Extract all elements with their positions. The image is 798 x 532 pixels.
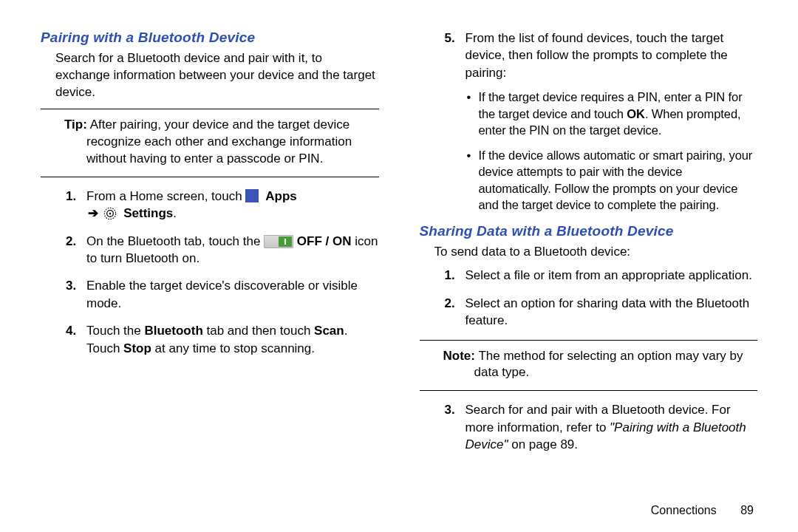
step-number: 5. <box>445 30 455 47</box>
step-2: 2. On the Bluetooth tab, touch the OFF /… <box>86 233 379 267</box>
step-1-text-a: From a Home screen, touch <box>86 189 245 203</box>
svg-rect-8 <box>251 199 253 201</box>
step-5-text: From the list of found devices, touch th… <box>466 31 728 80</box>
step-1-period: . <box>173 206 177 220</box>
right-column: 5. From the list of found devices, touch… <box>420 30 758 525</box>
step-number: 2. <box>66 233 76 250</box>
svg-point-12 <box>109 213 111 215</box>
stop-bold: Stop <box>123 341 151 355</box>
svg-rect-9 <box>255 199 257 201</box>
share-step-1: 1. Select a file or item from an appropr… <box>466 267 758 284</box>
share-step-2: 2. Select an option for sharing data wit… <box>466 295 758 330</box>
step-4: 4. Touch the Bluetooth tab and then touc… <box>86 322 379 357</box>
step-1: 1. From a Home screen, touch Apps ➔ <box>86 188 379 222</box>
step-4-a: Touch the <box>86 324 144 338</box>
svg-rect-5 <box>251 194 253 197</box>
share-2-text: Select an option for sharing data with t… <box>466 296 750 327</box>
step-5-sublist: If the target device requires a PIN, ent… <box>466 89 758 213</box>
step-number: 3. <box>445 401 455 418</box>
share-step-3: 3. Search for and pair with a Bluetooth … <box>466 401 758 453</box>
pairing-intro: Search for a Bluetooth device and pair w… <box>55 50 379 101</box>
svg-rect-7 <box>247 199 249 201</box>
step-2-text-a: On the Bluetooth tab, touch the <box>86 234 264 248</box>
share-3-c: on page 89. <box>508 437 579 451</box>
off-on-label: OFF / ON <box>297 234 352 248</box>
tip-box: Tip: After pairing, your device and the … <box>41 109 379 177</box>
heading-sharing: Sharing Data with a Bluetooth Device <box>420 223 758 239</box>
footer-section: Connections <box>651 504 717 516</box>
step-number: 1. <box>66 188 76 205</box>
svg-rect-2 <box>251 191 253 193</box>
svg-rect-3 <box>255 191 257 193</box>
page-footer: Connections 89 <box>651 504 754 517</box>
settings-icon <box>103 207 117 220</box>
svg-rect-4 <box>247 194 249 197</box>
sharing-intro: To send data to a Bluetooth device: <box>434 244 758 261</box>
tip-text: After pairing, your device and the targe… <box>86 117 352 166</box>
apps-label: Apps <box>262 189 297 203</box>
svg-rect-1 <box>247 191 249 193</box>
step-number: 2. <box>445 295 455 312</box>
step-4-c: tab and then touch <box>203 324 314 338</box>
footer-page-number: 89 <box>740 504 754 516</box>
sharing-steps-cont: 3. Search for and pair with a Bluetooth … <box>420 401 758 453</box>
scan-bold: Scan <box>314 324 344 338</box>
share-1-text: Select a file or item from an appropriat… <box>466 268 752 282</box>
step-4-g: at any time to stop scanning. <box>151 341 315 355</box>
step-5: 5. From the list of found devices, touch… <box>466 30 758 213</box>
pairing-steps-cont: 5. From the list of found devices, touch… <box>420 30 758 213</box>
sub-auto: If the device allows automatic or smart … <box>479 147 758 213</box>
manual-page: Pairing with a Bluetooth Device Search f… <box>0 0 798 532</box>
apps-icon <box>245 189 259 202</box>
note-text: The method for selecting an option may v… <box>474 349 743 380</box>
ok-bold: OK <box>627 107 645 120</box>
svg-rect-6 <box>255 194 257 197</box>
pairing-steps: 1. From a Home screen, touch Apps ➔ <box>41 188 379 358</box>
sub-pin: If the target device requires a PIN, ent… <box>479 89 758 138</box>
note-box: Note: The method for selecting an option… <box>420 340 758 392</box>
step-3: 3. Enable the target device's discoverab… <box>86 277 379 312</box>
settings-label: Settings <box>120 206 173 220</box>
step-number: 1. <box>445 267 455 284</box>
arrow-icon: ➔ <box>86 206 100 220</box>
bluetooth-bold: Bluetooth <box>144 324 202 338</box>
step-3-text: Enable the target device's discoverable … <box>86 279 358 310</box>
sharing-steps: 1. Select a file or item from an appropr… <box>420 267 758 329</box>
step-number: 3. <box>66 277 76 294</box>
note-label: Note: <box>443 349 475 363</box>
step-number: 4. <box>66 322 76 339</box>
left-column: Pairing with a Bluetooth Device Search f… <box>41 30 379 525</box>
off-on-toggle-icon <box>264 235 293 248</box>
heading-pairing: Pairing with a Bluetooth Device <box>41 30 379 46</box>
tip-label: Tip: <box>64 117 87 132</box>
